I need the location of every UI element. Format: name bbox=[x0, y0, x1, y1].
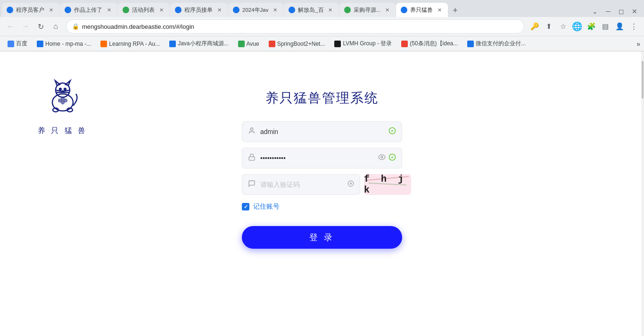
scrollbar bbox=[641, 51, 644, 336]
check-circle-icon bbox=[388, 127, 396, 136]
page-content: 养 只 猛 兽 养只猛兽管理系统 bbox=[0, 51, 644, 336]
bookmark-java[interactable]: Java小程序商城源... bbox=[165, 38, 232, 49]
page-title: 养只猛兽管理系统 bbox=[265, 89, 379, 107]
bookmark-favicon-lvmh bbox=[334, 41, 341, 47]
tab-8[interactable]: 养只猛兽 ✕ bbox=[396, 3, 448, 17]
svg-marker-3 bbox=[66, 81, 70, 85]
svg-point-20 bbox=[381, 156, 383, 158]
tab-favicon-7 bbox=[344, 7, 351, 13]
eye-icon[interactable] bbox=[378, 153, 386, 163]
bookmark-favicon-wechat bbox=[467, 41, 474, 47]
svg-rect-19 bbox=[249, 157, 255, 160]
bookmark-baidu[interactable]: 百度 bbox=[4, 38, 31, 49]
address-bar[interactable]: 🔒 mengshouadmin.dearbeastie.com/#/login bbox=[66, 19, 524, 34]
message-icon bbox=[248, 180, 256, 189]
captcha-input[interactable] bbox=[260, 181, 343, 188]
tab-favicon-2 bbox=[65, 7, 71, 13]
remember-checkbox[interactable] bbox=[242, 203, 249, 210]
tab-favicon-6 bbox=[289, 7, 295, 13]
nav-bar: ← → ↻ ⌂ 🔒 mengshouadmin.dearbeastie.com/… bbox=[0, 17, 644, 36]
tab-close-1[interactable]: ✕ bbox=[47, 6, 55, 14]
bookmark-label-wechat: 微信支付的企业付... bbox=[476, 40, 526, 48]
bookmark-label-avue: Avue bbox=[247, 41, 259, 47]
tab-1[interactable]: 程序员客户 ✕ bbox=[2, 3, 59, 17]
svg-point-17 bbox=[250, 128, 253, 130]
tab-controls: ⌄ ─ ◻ ✕ bbox=[589, 6, 642, 17]
tab-close-3[interactable]: ✕ bbox=[157, 6, 165, 14]
bookmark-lvmh[interactable]: LVMH Group - 登录 bbox=[330, 38, 396, 49]
extensions-icon[interactable]: 🧩 bbox=[585, 20, 598, 33]
forward-button[interactable]: → bbox=[19, 20, 32, 33]
tab-label-3: 活动列表 bbox=[132, 7, 155, 14]
bookmark-star-icon[interactable]: ☆ bbox=[556, 20, 570, 33]
svg-point-14 bbox=[58, 99, 61, 102]
bookmark-label-home: Home - mp-ma -... bbox=[45, 41, 91, 47]
refresh-button[interactable]: ↻ bbox=[34, 20, 47, 33]
tab-favicon-3 bbox=[123, 7, 129, 13]
username-input[interactable] bbox=[260, 128, 384, 135]
svg-marker-2 bbox=[55, 81, 60, 85]
scrollbar-thumb[interactable] bbox=[642, 61, 644, 99]
user-icon bbox=[248, 127, 256, 136]
bookmark-label-java: Java小程序商城源... bbox=[178, 40, 228, 48]
bookmark-springboot[interactable]: SpringBoot2+Net... bbox=[265, 39, 329, 49]
ssl-lock-icon: 🔒 bbox=[72, 23, 79, 30]
tab-close-8[interactable]: ✕ bbox=[436, 6, 443, 14]
login-button[interactable]: 登 录 bbox=[242, 226, 402, 249]
bookmark-home[interactable]: Home - mp-ma -... bbox=[33, 39, 95, 49]
svg-line-8 bbox=[63, 90, 70, 92]
bookmark-avue[interactable]: Avue bbox=[234, 39, 263, 49]
tab-close-5[interactable]: ✕ bbox=[271, 6, 279, 14]
key-icon[interactable]: 🔑 bbox=[528, 20, 541, 33]
login-form: f h j k 记住账号 登 录 bbox=[242, 121, 402, 249]
bookmark-label-rpa: Learning RPA - Au... bbox=[109, 41, 160, 47]
tab-3[interactable]: 活动列表 ✕ bbox=[118, 3, 170, 17]
password-input[interactable] bbox=[260, 154, 373, 162]
sidebar-toggle-icon[interactable]: ▤ bbox=[599, 20, 612, 33]
svg-point-16 bbox=[61, 101, 64, 104]
browser-chrome: 程序员客户 ✕ 作品上传了 ✕ 活动列表 ✕ 程序员接单 ✕ 2024年Jav … bbox=[0, 0, 644, 51]
new-tab-button[interactable]: + bbox=[448, 4, 462, 17]
captcha-text: f h j k bbox=[364, 174, 411, 195]
bookmark-idea[interactable]: (50条消息)【idea... bbox=[397, 38, 462, 49]
logo-text: 养 只 猛 兽 bbox=[38, 126, 87, 136]
tab-favicon-8 bbox=[401, 7, 407, 13]
bookmark-favicon-idea bbox=[401, 41, 408, 47]
captcha-image[interactable]: f h j k bbox=[364, 174, 411, 195]
captcha-input-group bbox=[242, 174, 360, 195]
tab-7[interactable]: 采购寻源... ✕ bbox=[339, 3, 396, 17]
tab-4[interactable]: 程序员接单 ✕ bbox=[170, 3, 228, 17]
tab-close-4[interactable]: ✕ bbox=[215, 6, 223, 14]
back-button[interactable]: ← bbox=[4, 20, 17, 33]
tab-label-2: 作品上传了 bbox=[74, 7, 102, 14]
tab-2[interactable]: 作品上传了 ✕ bbox=[60, 3, 117, 17]
share-icon[interactable]: ⬆ bbox=[542, 20, 555, 33]
nav-right-icons: 🔑 ⬆ ☆ 🌐 🧩 ▤ 👤 ⋮ bbox=[528, 20, 640, 33]
captcha-clear-icon[interactable] bbox=[347, 180, 354, 189]
bookmark-favicon-java bbox=[169, 41, 176, 47]
bookmark-label-baidu: 百度 bbox=[16, 40, 27, 48]
tab-favicon-5 bbox=[233, 7, 239, 13]
svg-point-13 bbox=[61, 97, 64, 100]
tab-list-button[interactable]: ⌄ bbox=[589, 6, 601, 17]
home-button[interactable]: ⌂ bbox=[49, 20, 62, 33]
address-text: mengshouadmin.dearbeastie.com/#/login bbox=[82, 23, 518, 30]
bookmark-rpa[interactable]: Learning RPA - Au... bbox=[97, 39, 164, 49]
tab-close-2[interactable]: ✕ bbox=[105, 6, 113, 14]
more-bookmarks-button[interactable]: » bbox=[636, 40, 640, 48]
close-window-button[interactable]: ✕ bbox=[629, 6, 640, 17]
tab-close-7[interactable]: ✕ bbox=[383, 6, 391, 14]
bookmark-favicon-rpa bbox=[100, 41, 107, 47]
bookmark-label-lvmh: LVMH Group - 登录 bbox=[343, 40, 392, 48]
tab-label-1: 程序员客户 bbox=[16, 7, 44, 14]
profile-color-icon[interactable]: 🌐 bbox=[570, 20, 584, 33]
minimize-button[interactable]: ─ bbox=[603, 6, 614, 17]
profile-icon[interactable]: 👤 bbox=[613, 20, 626, 33]
username-input-group bbox=[242, 121, 402, 142]
tab-close-6[interactable]: ✕ bbox=[327, 6, 334, 14]
menu-icon[interactable]: ⋮ bbox=[627, 20, 640, 33]
bookmark-wechat[interactable]: 微信支付的企业付... bbox=[463, 38, 529, 49]
tab-5[interactable]: 2024年Jav ✕ bbox=[228, 3, 283, 17]
tab-6[interactable]: 解放岛_百 ✕ bbox=[284, 3, 339, 17]
maximize-button[interactable]: ◻ bbox=[616, 6, 627, 17]
